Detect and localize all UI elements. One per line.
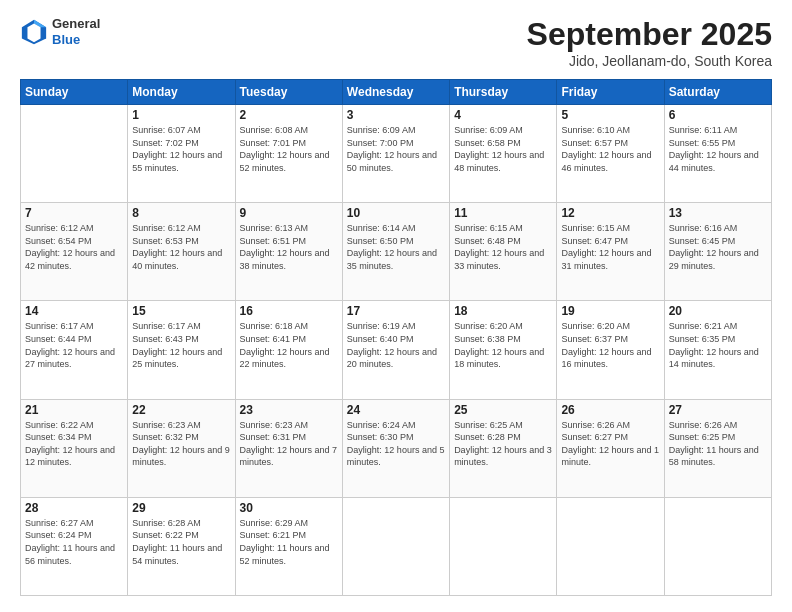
calendar-cell: 30Sunrise: 6:29 AMSunset: 6:21 PMDayligh… (235, 497, 342, 595)
day-number: 29 (132, 501, 230, 515)
title-section: September 2025 Jido, Jeollanam-do, South… (527, 16, 772, 69)
cell-info: Sunrise: 6:17 AMSunset: 6:43 PMDaylight:… (132, 320, 230, 370)
day-number: 18 (454, 304, 552, 318)
calendar-cell (21, 105, 128, 203)
logo-text: General Blue (52, 16, 100, 47)
cell-info: Sunrise: 6:21 AMSunset: 6:35 PMDaylight:… (669, 320, 767, 370)
calendar-day-header: Sunday (21, 80, 128, 105)
day-number: 1 (132, 108, 230, 122)
calendar-day-header: Monday (128, 80, 235, 105)
cell-info: Sunrise: 6:22 AMSunset: 6:34 PMDaylight:… (25, 419, 123, 469)
day-number: 2 (240, 108, 338, 122)
day-number: 30 (240, 501, 338, 515)
calendar-cell: 27Sunrise: 6:26 AMSunset: 6:25 PMDayligh… (664, 399, 771, 497)
calendar-week-row: 21Sunrise: 6:22 AMSunset: 6:34 PMDayligh… (21, 399, 772, 497)
calendar-table: SundayMondayTuesdayWednesdayThursdayFrid… (20, 79, 772, 596)
page: General Blue September 2025 Jido, Jeolla… (0, 0, 792, 612)
calendar-cell: 1Sunrise: 6:07 AMSunset: 7:02 PMDaylight… (128, 105, 235, 203)
calendar-cell: 29Sunrise: 6:28 AMSunset: 6:22 PMDayligh… (128, 497, 235, 595)
calendar-cell: 28Sunrise: 6:27 AMSunset: 6:24 PMDayligh… (21, 497, 128, 595)
calendar-cell: 4Sunrise: 6:09 AMSunset: 6:58 PMDaylight… (450, 105, 557, 203)
day-number: 4 (454, 108, 552, 122)
logo-blue-text: Blue (52, 32, 100, 48)
calendar-header-row: SundayMondayTuesdayWednesdayThursdayFrid… (21, 80, 772, 105)
svg-marker-3 (27, 23, 40, 42)
calendar-cell: 18Sunrise: 6:20 AMSunset: 6:38 PMDayligh… (450, 301, 557, 399)
calendar-cell: 26Sunrise: 6:26 AMSunset: 6:27 PMDayligh… (557, 399, 664, 497)
day-number: 8 (132, 206, 230, 220)
calendar-cell (342, 497, 449, 595)
day-number: 6 (669, 108, 767, 122)
cell-info: Sunrise: 6:12 AMSunset: 6:53 PMDaylight:… (132, 222, 230, 272)
calendar-cell: 10Sunrise: 6:14 AMSunset: 6:50 PMDayligh… (342, 203, 449, 301)
day-number: 23 (240, 403, 338, 417)
calendar-cell: 7Sunrise: 6:12 AMSunset: 6:54 PMDaylight… (21, 203, 128, 301)
day-number: 24 (347, 403, 445, 417)
cell-info: Sunrise: 6:11 AMSunset: 6:55 PMDaylight:… (669, 124, 767, 174)
calendar-week-row: 28Sunrise: 6:27 AMSunset: 6:24 PMDayligh… (21, 497, 772, 595)
calendar-cell: 2Sunrise: 6:08 AMSunset: 7:01 PMDaylight… (235, 105, 342, 203)
calendar-week-row: 7Sunrise: 6:12 AMSunset: 6:54 PMDaylight… (21, 203, 772, 301)
cell-info: Sunrise: 6:20 AMSunset: 6:38 PMDaylight:… (454, 320, 552, 370)
calendar-day-header: Tuesday (235, 80, 342, 105)
calendar-cell: 15Sunrise: 6:17 AMSunset: 6:43 PMDayligh… (128, 301, 235, 399)
calendar-cell: 6Sunrise: 6:11 AMSunset: 6:55 PMDaylight… (664, 105, 771, 203)
cell-info: Sunrise: 6:08 AMSunset: 7:01 PMDaylight:… (240, 124, 338, 174)
cell-info: Sunrise: 6:15 AMSunset: 6:48 PMDaylight:… (454, 222, 552, 272)
calendar-cell: 9Sunrise: 6:13 AMSunset: 6:51 PMDaylight… (235, 203, 342, 301)
cell-info: Sunrise: 6:28 AMSunset: 6:22 PMDaylight:… (132, 517, 230, 567)
cell-info: Sunrise: 6:29 AMSunset: 6:21 PMDaylight:… (240, 517, 338, 567)
day-number: 10 (347, 206, 445, 220)
calendar-cell: 3Sunrise: 6:09 AMSunset: 7:00 PMDaylight… (342, 105, 449, 203)
cell-info: Sunrise: 6:12 AMSunset: 6:54 PMDaylight:… (25, 222, 123, 272)
day-number: 26 (561, 403, 659, 417)
calendar-cell: 12Sunrise: 6:15 AMSunset: 6:47 PMDayligh… (557, 203, 664, 301)
cell-info: Sunrise: 6:15 AMSunset: 6:47 PMDaylight:… (561, 222, 659, 272)
day-number: 25 (454, 403, 552, 417)
calendar-cell: 16Sunrise: 6:18 AMSunset: 6:41 PMDayligh… (235, 301, 342, 399)
day-number: 9 (240, 206, 338, 220)
day-number: 15 (132, 304, 230, 318)
location: Jido, Jeollanam-do, South Korea (527, 53, 772, 69)
calendar-cell: 8Sunrise: 6:12 AMSunset: 6:53 PMDaylight… (128, 203, 235, 301)
calendar-cell: 13Sunrise: 6:16 AMSunset: 6:45 PMDayligh… (664, 203, 771, 301)
day-number: 22 (132, 403, 230, 417)
calendar-cell: 20Sunrise: 6:21 AMSunset: 6:35 PMDayligh… (664, 301, 771, 399)
cell-info: Sunrise: 6:10 AMSunset: 6:57 PMDaylight:… (561, 124, 659, 174)
calendar-cell (664, 497, 771, 595)
logo-icon (20, 18, 48, 46)
cell-info: Sunrise: 6:07 AMSunset: 7:02 PMDaylight:… (132, 124, 230, 174)
calendar-day-header: Friday (557, 80, 664, 105)
cell-info: Sunrise: 6:24 AMSunset: 6:30 PMDaylight:… (347, 419, 445, 469)
cell-info: Sunrise: 6:25 AMSunset: 6:28 PMDaylight:… (454, 419, 552, 469)
calendar-day-header: Saturday (664, 80, 771, 105)
day-number: 19 (561, 304, 659, 318)
day-number: 16 (240, 304, 338, 318)
day-number: 12 (561, 206, 659, 220)
day-number: 20 (669, 304, 767, 318)
header: General Blue September 2025 Jido, Jeolla… (20, 16, 772, 69)
day-number: 11 (454, 206, 552, 220)
cell-info: Sunrise: 6:26 AMSunset: 6:25 PMDaylight:… (669, 419, 767, 469)
cell-info: Sunrise: 6:23 AMSunset: 6:31 PMDaylight:… (240, 419, 338, 469)
cell-info: Sunrise: 6:13 AMSunset: 6:51 PMDaylight:… (240, 222, 338, 272)
cell-info: Sunrise: 6:19 AMSunset: 6:40 PMDaylight:… (347, 320, 445, 370)
calendar-cell: 19Sunrise: 6:20 AMSunset: 6:37 PMDayligh… (557, 301, 664, 399)
calendar-cell: 5Sunrise: 6:10 AMSunset: 6:57 PMDaylight… (557, 105, 664, 203)
cell-info: Sunrise: 6:09 AMSunset: 6:58 PMDaylight:… (454, 124, 552, 174)
cell-info: Sunrise: 6:20 AMSunset: 6:37 PMDaylight:… (561, 320, 659, 370)
cell-info: Sunrise: 6:16 AMSunset: 6:45 PMDaylight:… (669, 222, 767, 272)
cell-info: Sunrise: 6:14 AMSunset: 6:50 PMDaylight:… (347, 222, 445, 272)
day-number: 21 (25, 403, 123, 417)
cell-info: Sunrise: 6:27 AMSunset: 6:24 PMDaylight:… (25, 517, 123, 567)
calendar-week-row: 1Sunrise: 6:07 AMSunset: 7:02 PMDaylight… (21, 105, 772, 203)
day-number: 17 (347, 304, 445, 318)
logo-general-text: General (52, 16, 100, 32)
calendar-cell: 14Sunrise: 6:17 AMSunset: 6:44 PMDayligh… (21, 301, 128, 399)
cell-info: Sunrise: 6:17 AMSunset: 6:44 PMDaylight:… (25, 320, 123, 370)
day-number: 13 (669, 206, 767, 220)
calendar-cell: 17Sunrise: 6:19 AMSunset: 6:40 PMDayligh… (342, 301, 449, 399)
day-number: 3 (347, 108, 445, 122)
calendar-day-header: Thursday (450, 80, 557, 105)
calendar-week-row: 14Sunrise: 6:17 AMSunset: 6:44 PMDayligh… (21, 301, 772, 399)
